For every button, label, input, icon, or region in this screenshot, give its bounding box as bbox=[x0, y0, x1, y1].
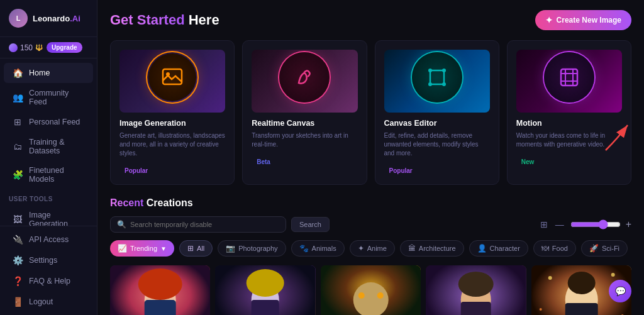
image-content-2 bbox=[215, 265, 315, 315]
card-badge: New bbox=[516, 157, 540, 167]
image-card-2[interactable] bbox=[215, 265, 315, 315]
card-title: Canvas Editor bbox=[384, 119, 490, 128]
avatar: L bbox=[9, 9, 28, 28]
chip-anime[interactable]: ✦ Anime bbox=[350, 240, 395, 257]
card-title: Realtime Canvas bbox=[252, 119, 357, 128]
sidebar-item-label: Settings bbox=[29, 256, 57, 265]
card-desc: Watch your ideas come to life in moments… bbox=[516, 131, 622, 149]
svg-rect-18 bbox=[145, 300, 176, 315]
search-button[interactable]: Search bbox=[291, 217, 330, 232]
chip-character[interactable]: 👤 Character bbox=[469, 240, 528, 257]
create-new-image-button[interactable]: ✦ Create New Image bbox=[535, 10, 631, 30]
svg-point-3 bbox=[428, 69, 432, 72]
sidebar-item-faq[interactable]: ❓ FAQ & Help bbox=[4, 271, 93, 291]
svg-point-21 bbox=[247, 269, 284, 297]
svg-rect-31 bbox=[461, 302, 491, 315]
feature-card-image-generation[interactable]: Image Generation Generate art, illustrat… bbox=[110, 40, 235, 185]
image-content-1 bbox=[110, 265, 210, 315]
card-thumbnail bbox=[516, 50, 622, 113]
chip-label: Trending bbox=[130, 245, 157, 252]
chip-food[interactable]: 🍽 Food bbox=[533, 240, 576, 257]
sidebar-item-finetuned[interactable]: 🧩 Finetuned Models bbox=[4, 161, 93, 189]
canvas-editor-card-icon bbox=[424, 64, 450, 91]
chip-trending[interactable]: 📈 Trending ▼ bbox=[110, 240, 174, 257]
svg-point-6 bbox=[442, 82, 446, 86]
feature-card-motion[interactable]: Motion Watch your ideas come to life in … bbox=[507, 40, 631, 185]
token-area: 150 🔱 Upgrade bbox=[0, 37, 97, 58]
svg-point-30 bbox=[458, 272, 494, 297]
card-desc: Edit, refine, add details, remove unwant… bbox=[384, 131, 490, 158]
upgrade-button[interactable]: Upgrade bbox=[47, 42, 82, 53]
search-wrapper: 🔍 bbox=[110, 216, 286, 233]
grid-view-button[interactable]: ⊞ bbox=[539, 218, 549, 231]
svg-point-34 bbox=[567, 272, 595, 294]
sidebar-item-training[interactable]: 🗂 Training & Datasets bbox=[4, 133, 93, 160]
zoom-plus-button[interactable]: + bbox=[626, 219, 631, 230]
sidebar-item-community-feed[interactable]: 👥 Community Feed bbox=[4, 84, 93, 111]
training-icon: 🗂 bbox=[13, 141, 23, 152]
card-badge: Beta bbox=[252, 157, 275, 167]
chip-architecture[interactable]: 🏛 Architecture bbox=[400, 240, 464, 257]
chat-support-button[interactable]: 💬 bbox=[609, 280, 631, 302]
svg-rect-2 bbox=[430, 70, 444, 84]
title-rest: Here bbox=[185, 12, 219, 28]
sidebar-item-settings[interactable]: ⚙️ Settings bbox=[4, 250, 93, 270]
chip-sci-fi[interactable]: 🚀 Sci-Fi bbox=[581, 240, 628, 257]
image-content-4 bbox=[426, 265, 526, 315]
section-title-rest: Creations bbox=[143, 197, 192, 208]
sidebar-item-label: Finetuned Models bbox=[29, 166, 84, 184]
card-thumbnail bbox=[384, 50, 490, 113]
recent-creations-title: Recent Creations bbox=[110, 197, 631, 209]
token-icon2: 🔱 bbox=[35, 44, 43, 51]
image-card-4[interactable] bbox=[426, 265, 526, 315]
page-header: Get Started Here ✦ Create New Image bbox=[110, 10, 631, 30]
feature-card-realtime-canvas[interactable]: Realtime Canvas Transform your sketches … bbox=[242, 40, 367, 185]
realtime-canvas-card-icon bbox=[291, 64, 318, 91]
sidebar-item-label: Home bbox=[29, 69, 50, 77]
photography-icon: 📷 bbox=[226, 244, 235, 253]
chip-animals[interactable]: 🐾 Animals bbox=[291, 240, 345, 257]
image-content-3 bbox=[321, 265, 421, 315]
sidebar-item-label: API Access bbox=[29, 235, 69, 244]
sidebar-item-image-generation[interactable]: 🖼 Image Generation bbox=[4, 206, 93, 226]
svg-point-26 bbox=[377, 292, 383, 299]
personal-icon: ⊞ bbox=[13, 117, 23, 127]
sidebar-item-api[interactable]: 🔌 API Access bbox=[4, 229, 93, 250]
search-input[interactable] bbox=[130, 221, 279, 228]
chip-dropdown-icon: ▼ bbox=[160, 245, 167, 252]
image-card-3[interactable] bbox=[321, 265, 421, 315]
zoom-slider[interactable] bbox=[570, 219, 621, 229]
image-gen-icon: 🖼 bbox=[13, 214, 23, 224]
chip-photography[interactable]: 📷 Photography bbox=[218, 240, 286, 257]
image-gen-card-icon bbox=[159, 64, 186, 91]
main-content: Get Started Here ✦ Create New Image Imag… bbox=[97, 0, 644, 315]
sidebar: L Leonardo.Ai 150 🔱 Upgrade 🏠 Home 👥 Com… bbox=[0, 0, 97, 315]
chip-all[interactable]: ⊞ All bbox=[179, 240, 213, 257]
svg-point-17 bbox=[138, 268, 182, 300]
finetuned-icon: 🧩 bbox=[13, 170, 23, 180]
faq-icon: ❓ bbox=[13, 276, 23, 286]
api-icon: 🔌 bbox=[13, 235, 23, 245]
list-view-button[interactable]: — bbox=[554, 218, 565, 231]
chip-label: Photography bbox=[238, 245, 277, 252]
animals-icon: 🐾 bbox=[299, 244, 309, 253]
chip-label: All bbox=[197, 245, 204, 252]
architecture-icon: 🏛 bbox=[408, 244, 416, 253]
feature-cards-grid: Image Generation Generate art, illustrat… bbox=[110, 40, 631, 185]
svg-point-25 bbox=[358, 292, 364, 299]
user-tools-section: User Tools bbox=[0, 189, 97, 205]
all-icon: ⊞ bbox=[187, 244, 194, 253]
image-card-1[interactable] bbox=[110, 265, 210, 315]
card-icon-orange bbox=[147, 52, 197, 102]
scifi-icon: 🚀 bbox=[589, 244, 599, 253]
card-desc: Generate art, illustrations, landscapes … bbox=[119, 131, 225, 158]
sidebar-item-personal-feed[interactable]: ⊞ Personal Feed bbox=[4, 112, 93, 132]
sidebar-item-label: Community Feed bbox=[29, 89, 84, 106]
sidebar-item-label: Training & Datasets bbox=[29, 138, 84, 155]
chip-label: Sci-Fi bbox=[602, 245, 619, 252]
category-chips: 📈 Trending ▼ ⊞ All 📷 Photography 🐾 Anima… bbox=[110, 240, 631, 257]
sidebar-item-logout[interactable]: 🚪 Logout bbox=[4, 292, 93, 312]
sidebar-item-home[interactable]: 🏠 Home bbox=[4, 63, 93, 83]
chip-label: Animals bbox=[312, 245, 336, 252]
feature-card-canvas-editor[interactable]: Canvas Editor Edit, refine, add details,… bbox=[375, 40, 499, 185]
